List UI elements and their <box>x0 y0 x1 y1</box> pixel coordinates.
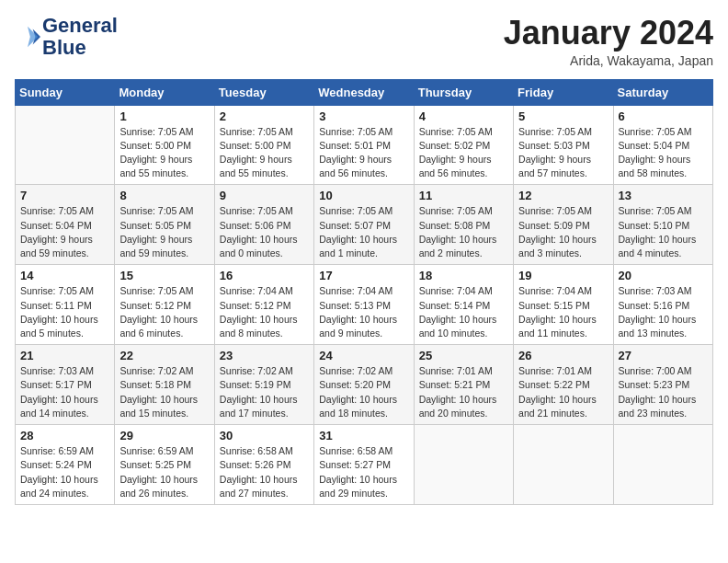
day-number: 8 <box>119 189 209 202</box>
day-number: 9 <box>220 189 309 202</box>
week-row-2: 7Sunrise: 7:05 AMSunset: 5:04 PMDaylight… <box>16 185 713 265</box>
day-number: 29 <box>119 429 209 442</box>
day-info: Sunrise: 7:05 AMSunset: 5:04 PMDaylight:… <box>619 125 708 181</box>
calendar-cell: 28Sunrise: 6:59 AMSunset: 5:24 PMDayligh… <box>16 425 115 505</box>
calendar-header-row: SundayMondayTuesdayWednesdayThursdayFrid… <box>16 79 713 105</box>
day-info: Sunrise: 7:03 AMSunset: 5:16 PMDaylight:… <box>619 284 708 340</box>
calendar-cell: 22Sunrise: 7:02 AMSunset: 5:18 PMDayligh… <box>115 345 214 425</box>
day-number: 11 <box>419 189 508 202</box>
column-header-thursday: Thursday <box>414 79 513 105</box>
calendar-cell: 24Sunrise: 7:02 AMSunset: 5:20 PMDayligh… <box>314 345 414 425</box>
day-number: 20 <box>619 269 708 282</box>
day-info: Sunrise: 6:59 AMSunset: 5:24 PMDaylight:… <box>20 444 109 500</box>
logo-icon <box>15 24 40 50</box>
day-number: 17 <box>319 269 408 282</box>
logo: General Blue <box>15 15 118 59</box>
calendar-table: SundayMondayTuesdayWednesdayThursdayFrid… <box>15 79 713 505</box>
week-row-3: 14Sunrise: 7:05 AMSunset: 5:11 PMDayligh… <box>16 265 713 345</box>
day-number: 21 <box>20 349 109 362</box>
day-info: Sunrise: 7:05 AMSunset: 5:11 PMDaylight:… <box>20 284 109 340</box>
day-info: Sunrise: 7:05 AMSunset: 5:03 PMDaylight:… <box>518 125 608 181</box>
day-info: Sunrise: 7:05 AMSunset: 5:05 PMDaylight:… <box>119 204 209 260</box>
calendar-cell <box>613 425 712 505</box>
calendar-cell: 19Sunrise: 7:04 AMSunset: 5:15 PMDayligh… <box>514 265 613 345</box>
calendar-cell: 29Sunrise: 6:59 AMSunset: 5:25 PMDayligh… <box>115 425 214 505</box>
calendar-cell: 1Sunrise: 7:05 AMSunset: 5:00 PMDaylight… <box>115 105 214 185</box>
title-block: January 2024 Arida, Wakayama, Japan <box>504 15 713 68</box>
day-info: Sunrise: 7:05 AMSunset: 5:09 PMDaylight:… <box>518 204 608 260</box>
calendar-cell: 8Sunrise: 7:05 AMSunset: 5:05 PMDaylight… <box>115 185 214 265</box>
day-number: 23 <box>220 349 309 362</box>
day-info: Sunrise: 7:05 AMSunset: 5:02 PMDaylight:… <box>419 125 508 181</box>
calendar-cell: 23Sunrise: 7:02 AMSunset: 5:19 PMDayligh… <box>214 345 313 425</box>
calendar-cell <box>414 425 513 505</box>
week-row-5: 28Sunrise: 6:59 AMSunset: 5:24 PMDayligh… <box>16 425 713 505</box>
day-number: 13 <box>619 189 708 202</box>
day-number: 12 <box>518 189 608 202</box>
day-info: Sunrise: 6:58 AMSunset: 5:26 PMDaylight:… <box>220 444 309 500</box>
calendar-cell: 18Sunrise: 7:04 AMSunset: 5:14 PMDayligh… <box>414 265 513 345</box>
column-header-tuesday: Tuesday <box>214 79 313 105</box>
day-info: Sunrise: 7:05 AMSunset: 5:06 PMDaylight:… <box>220 204 309 260</box>
calendar-cell: 6Sunrise: 7:05 AMSunset: 5:04 PMDaylight… <box>613 105 712 185</box>
day-info: Sunrise: 7:05 AMSunset: 5:04 PMDaylight:… <box>20 204 109 260</box>
month-title: January 2024 <box>504 15 713 52</box>
day-info: Sunrise: 7:05 AMSunset: 5:08 PMDaylight:… <box>419 204 508 260</box>
day-info: Sunrise: 7:04 AMSunset: 5:14 PMDaylight:… <box>419 284 508 340</box>
calendar-cell: 16Sunrise: 7:04 AMSunset: 5:12 PMDayligh… <box>214 265 313 345</box>
day-info: Sunrise: 7:01 AMSunset: 5:22 PMDaylight:… <box>518 364 608 420</box>
day-number: 19 <box>518 269 608 282</box>
calendar-cell: 13Sunrise: 7:05 AMSunset: 5:10 PMDayligh… <box>613 185 712 265</box>
calendar-cell: 15Sunrise: 7:05 AMSunset: 5:12 PMDayligh… <box>115 265 214 345</box>
day-number: 7 <box>20 189 109 202</box>
column-header-friday: Friday <box>514 79 613 105</box>
calendar-cell: 27Sunrise: 7:00 AMSunset: 5:23 PMDayligh… <box>613 345 712 425</box>
calendar-cell: 10Sunrise: 7:05 AMSunset: 5:07 PMDayligh… <box>314 185 414 265</box>
calendar-cell: 20Sunrise: 7:03 AMSunset: 5:16 PMDayligh… <box>613 265 712 345</box>
day-info: Sunrise: 7:05 AMSunset: 5:07 PMDaylight:… <box>319 204 408 260</box>
day-number: 30 <box>220 429 309 442</box>
column-header-monday: Monday <box>115 79 214 105</box>
day-info: Sunrise: 7:02 AMSunset: 5:20 PMDaylight:… <box>319 364 408 420</box>
day-number: 10 <box>319 189 408 202</box>
column-header-wednesday: Wednesday <box>314 79 414 105</box>
calendar-cell: 21Sunrise: 7:03 AMSunset: 5:17 PMDayligh… <box>16 345 115 425</box>
column-header-sunday: Sunday <box>16 79 115 105</box>
calendar-cell: 4Sunrise: 7:05 AMSunset: 5:02 PMDaylight… <box>414 105 513 185</box>
day-number: 15 <box>119 269 209 282</box>
day-number: 3 <box>319 109 408 123</box>
location: Arida, Wakayama, Japan <box>504 53 713 68</box>
day-number: 25 <box>419 349 508 362</box>
calendar-cell: 25Sunrise: 7:01 AMSunset: 5:21 PMDayligh… <box>414 345 513 425</box>
day-number: 27 <box>619 349 708 362</box>
day-info: Sunrise: 7:04 AMSunset: 5:15 PMDaylight:… <box>518 284 608 340</box>
calendar-cell: 11Sunrise: 7:05 AMSunset: 5:08 PMDayligh… <box>414 185 513 265</box>
svg-marker-1 <box>28 27 38 47</box>
column-header-saturday: Saturday <box>613 79 712 105</box>
calendar-cell: 3Sunrise: 7:05 AMSunset: 5:01 PMDaylight… <box>314 105 414 185</box>
day-number: 6 <box>619 109 708 123</box>
calendar-cell <box>16 105 115 185</box>
day-number: 31 <box>319 429 408 442</box>
day-info: Sunrise: 7:02 AMSunset: 5:18 PMDaylight:… <box>119 364 209 420</box>
week-row-4: 21Sunrise: 7:03 AMSunset: 5:17 PMDayligh… <box>16 345 713 425</box>
calendar-cell: 5Sunrise: 7:05 AMSunset: 5:03 PMDaylight… <box>514 105 613 185</box>
day-info: Sunrise: 7:04 AMSunset: 5:13 PMDaylight:… <box>319 284 408 340</box>
page-header: General Blue January 2024 Arida, Wakayam… <box>15 15 713 68</box>
day-number: 5 <box>518 109 608 123</box>
calendar-cell: 31Sunrise: 6:58 AMSunset: 5:27 PMDayligh… <box>314 425 414 505</box>
day-number: 2 <box>220 109 309 123</box>
day-info: Sunrise: 6:58 AMSunset: 5:27 PMDaylight:… <box>319 444 408 500</box>
calendar-cell: 12Sunrise: 7:05 AMSunset: 5:09 PMDayligh… <box>514 185 613 265</box>
day-number: 18 <box>419 269 508 282</box>
day-number: 22 <box>119 349 209 362</box>
day-info: Sunrise: 7:02 AMSunset: 5:19 PMDaylight:… <box>220 364 309 420</box>
calendar-cell: 9Sunrise: 7:05 AMSunset: 5:06 PMDaylight… <box>214 185 313 265</box>
day-info: Sunrise: 7:00 AMSunset: 5:23 PMDaylight:… <box>619 364 708 420</box>
day-info: Sunrise: 7:05 AMSunset: 5:12 PMDaylight:… <box>119 284 209 340</box>
day-info: Sunrise: 7:05 AMSunset: 5:00 PMDaylight:… <box>119 125 209 181</box>
day-info: Sunrise: 7:05 AMSunset: 5:01 PMDaylight:… <box>319 125 408 181</box>
day-info: Sunrise: 7:04 AMSunset: 5:12 PMDaylight:… <box>220 284 309 340</box>
day-number: 1 <box>119 109 209 123</box>
day-number: 24 <box>319 349 408 362</box>
